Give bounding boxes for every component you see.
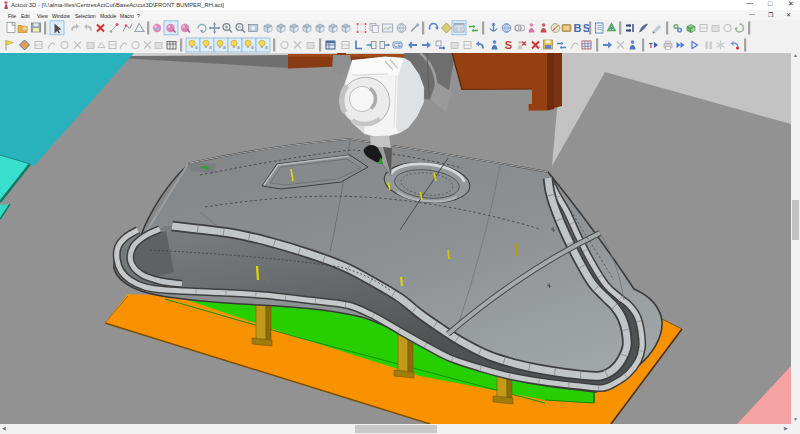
svg-text:T: T <box>649 42 654 49</box>
svg-text:CE: CE <box>394 42 402 48</box>
svg-text:B: B <box>574 22 582 34</box>
svg-text:a: a <box>251 44 254 50</box>
svg-text:a: a <box>237 44 240 50</box>
svg-text:a: a <box>223 44 226 50</box>
svg-text:S: S <box>505 39 512 51</box>
svg-text:a: a <box>209 44 212 50</box>
svg-text:a: a <box>265 44 268 50</box>
svg-text:a: a <box>195 44 198 50</box>
